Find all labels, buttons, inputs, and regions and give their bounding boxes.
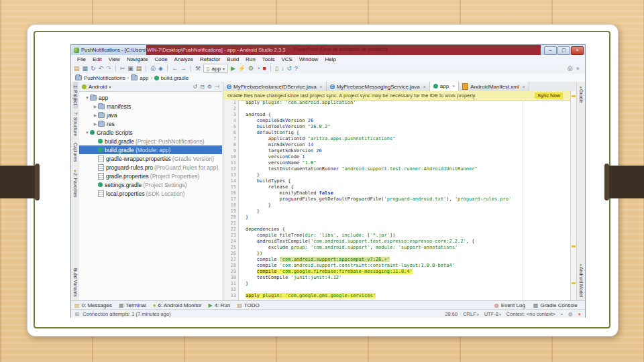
tree-expand-arrow[interactable]: ▼ [85, 131, 90, 135]
close-tab-icon[interactable]: × [523, 84, 525, 89]
line-separator-widget[interactable]: CRLF ▾ [463, 311, 479, 317]
chevron-down-icon[interactable]: ▾ [109, 84, 111, 89]
menu-run[interactable]: Run [242, 56, 259, 62]
project-view-selector[interactable]: Android [89, 84, 107, 90]
tree-expand-arrow[interactable]: ▶ [93, 113, 98, 117]
tool-button-1-project[interactable]: 1: Project [73, 82, 78, 109]
tree-item-proguard-rules-pro[interactable]: proguard-rules.pro(ProGuard Rules for ap… [79, 163, 222, 172]
title-bar[interactable]: PowerPoint (Error de activación de produ… [71, 45, 585, 55]
caret-position[interactable]: 28:60 [445, 311, 458, 317]
editor-tab-androidmanifest-xml[interactable]: AndroidManifest.xml× [459, 82, 529, 91]
sdk-manager-icon[interactable]: ↓ [281, 64, 284, 73]
save-icon[interactable]: ▦ [83, 64, 89, 73]
menu-code[interactable]: Code [151, 56, 170, 62]
editor-tab-myfirebaseinstanceidservice-java[interactable]: CMyFirebaseInstanceIDService.java× [223, 82, 327, 91]
tree-item-manifests[interactable]: ▶manifests [79, 102, 222, 111]
toolwindow-button-gradle-console[interactable]: ▦Gradle Console [533, 302, 578, 308]
menu-analyze[interactable]: Analyze [171, 56, 197, 62]
coverage-icon[interactable]: ◔ [256, 64, 260, 73]
menu-navigate[interactable]: Navigate [123, 56, 152, 62]
tool-button-captures[interactable]: Captures [73, 139, 78, 165]
editor-tab-myfirebasemessagingservice-java[interactable]: CMyFirebaseMessagingService.java× [327, 82, 430, 91]
breadcrumb-item[interactable]: build.gradle [154, 75, 189, 81]
toolwindow-button-terminal[interactable]: ▦Terminal [119, 302, 146, 308]
close-tab-icon[interactable]: × [452, 84, 455, 88]
tree-item-build-gradle[interactable]: build.gradle(Module: app) [79, 145, 222, 154]
toolwindow-button-run[interactable]: ▶4: Run [209, 302, 231, 308]
toolwindow-switcher-icon[interactable]: ⊞ [75, 311, 79, 317]
toolwindow-button-todo[interactable]: ▤TODO [237, 302, 260, 308]
sync-now-link[interactable]: Sync Now [535, 93, 563, 99]
inspection-highlight-icon[interactable]: ● [578, 311, 581, 317]
lock-icon[interactable]: ▪ [561, 311, 563, 317]
back-icon[interactable]: ← [172, 64, 178, 73]
tree-item-local-properties[interactable]: local.properties(SDK Location) [79, 189, 222, 198]
menu-build[interactable]: Build [223, 56, 242, 62]
tree-expand-arrow[interactable]: ▶ [93, 104, 98, 109]
tool-button-build-variants[interactable]: Build Variants [73, 265, 78, 300]
replace-icon[interactable]: ◈ [158, 64, 163, 73]
tree-expand-arrow[interactable]: ▼ [85, 96, 90, 100]
paste-icon[interactable]: ▤ [136, 64, 142, 73]
encoding-widget[interactable]: UTF-8 ▾ [484, 311, 501, 317]
editor-tab-app[interactable]: app× [430, 82, 459, 91]
tree-expand-arrow[interactable]: ▶ [93, 121, 98, 126]
close-tab-icon[interactable]: × [423, 84, 426, 89]
tree-item-gradle-scripts[interactable]: ▼Gradle Scripts [79, 128, 222, 137]
search-everywhere-icon[interactable]: ◎ [568, 64, 573, 73]
open-icon[interactable]: ▤ [74, 64, 80, 73]
run-config-selector[interactable]: ▯app▾ [203, 64, 228, 73]
redo-icon[interactable]: ↷ [106, 64, 111, 73]
tool-button-7-structure[interactable]: 7: Structure [73, 109, 78, 139]
menu-edit[interactable]: Edit [89, 56, 105, 62]
tool-button-2-favorites[interactable]: ★2: Favorites [73, 165, 78, 201]
collapse-all-icon[interactable]: ⊟ [200, 84, 205, 90]
menu-tools[interactable]: Tools [259, 56, 278, 62]
context-widget[interactable]: Context: <no context> [506, 311, 555, 317]
avd-manager-icon[interactable]: ▯ [275, 64, 278, 73]
stop-icon[interactable]: ■ [263, 64, 266, 73]
breadcrumb-item[interactable]: PushNotifications [75, 75, 125, 81]
minimize-button[interactable]: – [544, 46, 557, 55]
maximize-button[interactable]: ▢ [557, 46, 570, 55]
notifications-icon[interactable]: ◍ [568, 311, 573, 317]
stripe-warning-mark[interactable] [572, 282, 576, 284]
tree-item-gradle-wrapper-properties[interactable]: gradle-wrapper.properties(Gradle Version… [79, 154, 222, 163]
forward-icon[interactable]: → [180, 64, 186, 73]
user-icon[interactable]: ● [576, 64, 580, 73]
stripe-warning-mark[interactable] [572, 95, 576, 97]
tree-item-gradle-properties[interactable]: gradle.properties(Project Properties) [79, 172, 222, 180]
menu-vcs[interactable]: VCS [278, 56, 295, 62]
tool-button-gradle[interactable]: ●Gradle [579, 82, 584, 107]
sync-icon[interactable]: ↻ [91, 64, 96, 73]
copy-icon[interactable]: ▣ [127, 64, 133, 73]
debug-icon[interactable]: ⚙ [248, 64, 254, 73]
hide-panel-icon[interactable]: ⊣ [215, 84, 219, 90]
tree-item-java[interactable]: ▶java [79, 111, 222, 119]
toolwindow-button-android-monitor[interactable]: ●6: Android Monitor [153, 302, 202, 308]
tree-item-build-gradle[interactable]: build.gradle(Project: PushNotifications) [79, 137, 222, 145]
help-icon[interactable]: ? [294, 64, 298, 73]
breadcrumb-item[interactable]: app [131, 75, 148, 81]
run-icon[interactable]: ▶ [231, 64, 235, 73]
toolwindow-button-event-log[interactable]: ◍Event Log [494, 302, 525, 308]
tree-item-res[interactable]: ▶res [79, 119, 222, 128]
menu-help[interactable]: Help [321, 56, 339, 62]
tool-button-android-model[interactable]: ●Android Model [579, 259, 584, 300]
apply-changes-icon[interactable]: ⚡ [238, 64, 246, 73]
cut-icon[interactable]: ✂ [120, 64, 125, 73]
menu-file[interactable]: File [74, 56, 89, 62]
menu-view[interactable]: View [105, 56, 123, 62]
tree-item-settings-gradle[interactable]: settings.gradle(Project Settings) [79, 180, 222, 189]
close-tab-icon[interactable]: × [320, 84, 323, 89]
undo-icon[interactable]: ↶ [99, 64, 104, 73]
view-settings-icon[interactable]: ⚙ [207, 84, 212, 90]
compile-icon[interactable]: ⚒ [195, 64, 201, 73]
stripe-warning-mark[interactable] [572, 245, 576, 247]
menu-window[interactable]: Window [296, 56, 321, 62]
find-icon[interactable]: ◎ [150, 64, 156, 73]
tree-item-app[interactable]: ▼app [79, 93, 222, 102]
close-button[interactable]: × [571, 46, 584, 55]
sync-view-icon[interactable]: ↺ [193, 84, 197, 90]
menu-refactor[interactable]: Refactor [197, 56, 223, 62]
